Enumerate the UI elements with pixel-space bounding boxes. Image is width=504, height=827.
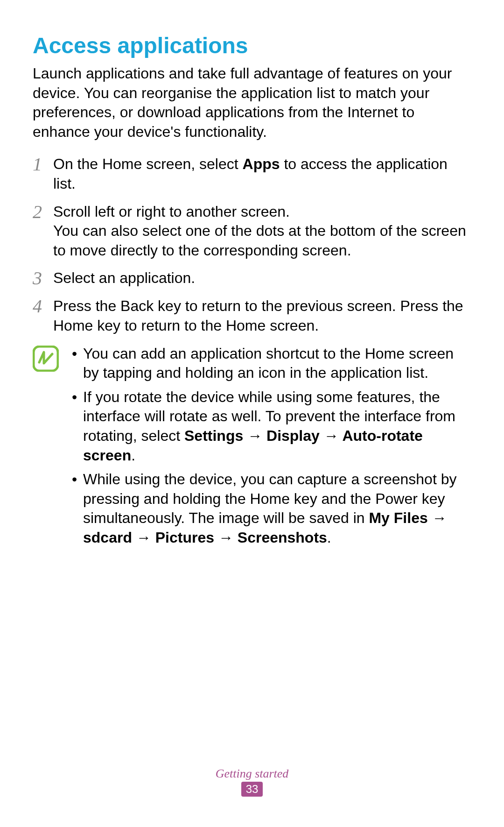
note-block: You can add an application shortcut to t… xyxy=(33,344,471,552)
step-2: 2 Scroll left or right to another screen… xyxy=(33,202,471,261)
intro-paragraph: Launch applications and take full advant… xyxy=(33,64,471,141)
step-text-pre: On the Home screen, select xyxy=(53,156,243,172)
step-4: 4 Press the Back key to return to the pr… xyxy=(33,297,471,335)
step-number: 1 xyxy=(33,155,53,174)
note-item: You can add an application shortcut to t… xyxy=(72,344,471,383)
section-heading: Access applications xyxy=(33,33,471,58)
note-icon xyxy=(33,346,59,372)
svg-rect-0 xyxy=(34,346,58,371)
step-text-bold: Apps xyxy=(243,156,280,172)
note-text: You can add an application shortcut to t… xyxy=(83,345,454,382)
page-footer: Getting started 33 xyxy=(0,767,504,797)
step-text: Press the Back key to return to the prev… xyxy=(53,297,471,335)
footer-section-label: Getting started xyxy=(0,767,504,781)
page-number-badge: 33 xyxy=(241,782,263,797)
step-number: 4 xyxy=(33,297,53,316)
note-text-post: . xyxy=(327,529,331,546)
note-text-post: . xyxy=(131,447,135,464)
step-number: 2 xyxy=(33,202,53,222)
note-list: You can add an application shortcut to t… xyxy=(72,344,471,552)
note-item: While using the device, you can capture … xyxy=(72,470,471,547)
step-text: Select an application. xyxy=(53,269,471,288)
note-item: If you rotate the device while using som… xyxy=(72,388,471,465)
step-1: 1 On the Home screen, select Apps to acc… xyxy=(33,155,471,193)
step-text: Scroll left or right to another screen.Y… xyxy=(53,202,471,261)
step-3: 3 Select an application. xyxy=(33,269,471,288)
step-number: 3 xyxy=(33,269,53,288)
step-text: On the Home screen, select Apps to acces… xyxy=(53,155,471,193)
